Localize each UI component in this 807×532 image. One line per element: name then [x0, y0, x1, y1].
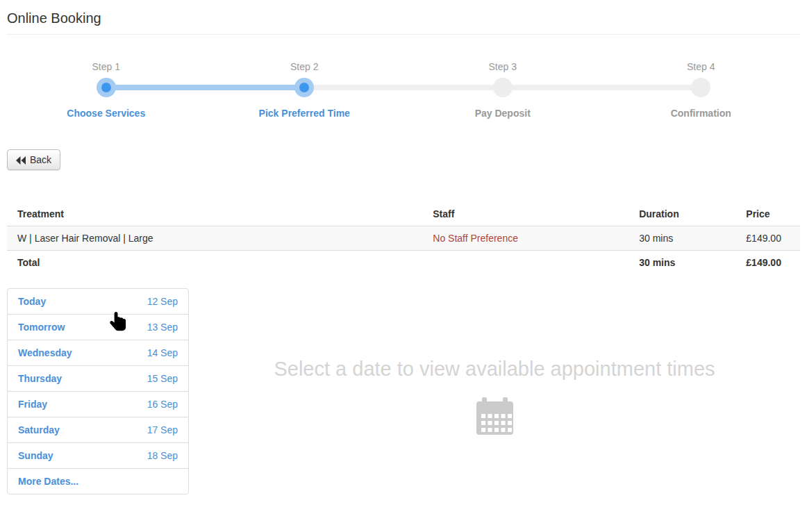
- header-price: Price: [740, 202, 800, 226]
- step-wizard: Step 1 Choose Services Step 2 Pick Prefe…: [7, 61, 800, 119]
- empty-state: Select a date to view available appointm…: [189, 288, 800, 439]
- step-1-number: Step 1: [7, 61, 206, 72]
- title-divider: [7, 34, 800, 35]
- treatment-cell: W | Laser Hair Removal | Large: [7, 226, 427, 251]
- date-date-label: 15 Sep: [147, 373, 178, 384]
- step-2-dot: [294, 78, 314, 97]
- date-date-label: 18 Sep: [147, 450, 178, 461]
- header-staff: Staff: [427, 202, 633, 226]
- date-day-label: Wednesday: [18, 347, 72, 358]
- table-row: W | Laser Hair Removal | Large No Staff …: [7, 226, 800, 251]
- date-day-label: Thursday: [18, 373, 62, 384]
- step-3-label: Pay Deposit: [404, 108, 602, 119]
- date-item-saturday[interactable]: Saturday 17 Sep: [8, 417, 188, 443]
- header-duration: Duration: [633, 202, 740, 226]
- page-title: Online Booking: [7, 0, 800, 34]
- date-item-today[interactable]: Today 12 Sep: [8, 289, 188, 315]
- step-2: Step 2 Pick Preferred Time: [206, 61, 404, 119]
- more-dates-link[interactable]: More Dates...: [8, 469, 188, 494]
- step-3-track: [404, 78, 602, 97]
- backward-icon: [16, 156, 26, 164]
- step-3-dot: [493, 78, 513, 97]
- date-date-label: 16 Sep: [147, 399, 178, 410]
- step-1: Step 1 Choose Services: [7, 61, 206, 119]
- step-1-label: Choose Services: [7, 108, 206, 119]
- date-item-wednesday[interactable]: Wednesday 14 Sep: [8, 340, 188, 366]
- date-date-label: 13 Sep: [147, 322, 178, 333]
- date-date-label: 12 Sep: [147, 296, 178, 307]
- date-item-sunday[interactable]: Sunday 18 Sep: [8, 443, 188, 469]
- date-list: Today 12 Sep Tomorrow 13 Sep Wednesday 1…: [7, 288, 189, 494]
- step-3: Step 3 Pay Deposit: [404, 61, 602, 119]
- step-4-dot: [691, 78, 710, 97]
- date-day-label: Tomorrow: [18, 322, 65, 333]
- date-item-tomorrow[interactable]: Tomorrow 13 Sep: [8, 315, 188, 340]
- date-date-label: 17 Sep: [147, 424, 178, 435]
- total-price: £149.00: [740, 251, 800, 275]
- total-duration: 30 mins: [633, 251, 740, 275]
- step-4-number: Step 4: [602, 61, 801, 72]
- step-1-dot: [97, 78, 116, 97]
- staff-cell: No Staff Preference: [427, 226, 633, 251]
- empty-state-message: Select a date to view available appointm…: [274, 358, 715, 381]
- duration-cell: 30 mins: [633, 226, 740, 251]
- step-4: Step 4 Confirmation: [602, 61, 801, 119]
- date-date-label: 14 Sep: [147, 347, 178, 358]
- time-selection-section: Today 12 Sep Tomorrow 13 Sep Wednesday 1…: [7, 288, 800, 494]
- step-1-track: [7, 78, 206, 97]
- date-day-label: Friday: [18, 399, 47, 410]
- more-dates-label: More Dates...: [18, 476, 78, 487]
- step-2-number: Step 2: [206, 61, 404, 72]
- calendar-icon: [476, 397, 513, 439]
- price-cell: £149.00: [740, 226, 800, 251]
- header-treatment: Treatment: [7, 202, 427, 226]
- back-button[interactable]: Back: [7, 149, 60, 170]
- table-total-row: Total 30 mins £149.00: [7, 251, 800, 275]
- date-day-label: Sunday: [18, 450, 53, 461]
- date-day-label: Saturday: [18, 424, 60, 435]
- table-header-row: Treatment Staff Duration Price: [7, 202, 800, 226]
- date-item-friday[interactable]: Friday 16 Sep: [8, 392, 188, 417]
- date-item-thursday[interactable]: Thursday 15 Sep: [8, 366, 188, 392]
- back-button-label: Back: [30, 154, 51, 165]
- date-day-label: Today: [18, 296, 46, 307]
- total-label: Total: [7, 251, 427, 275]
- step-3-number: Step 3: [404, 61, 602, 72]
- step-2-track: [206, 78, 404, 97]
- step-4-track: [602, 78, 801, 97]
- online-booking-page: Online Booking Step 1 Choose Services St…: [0, 0, 807, 494]
- step-2-label: Pick Preferred Time: [206, 108, 404, 119]
- booking-summary-table: Treatment Staff Duration Price W | Laser…: [7, 202, 800, 274]
- step-4-label: Confirmation: [602, 108, 801, 119]
